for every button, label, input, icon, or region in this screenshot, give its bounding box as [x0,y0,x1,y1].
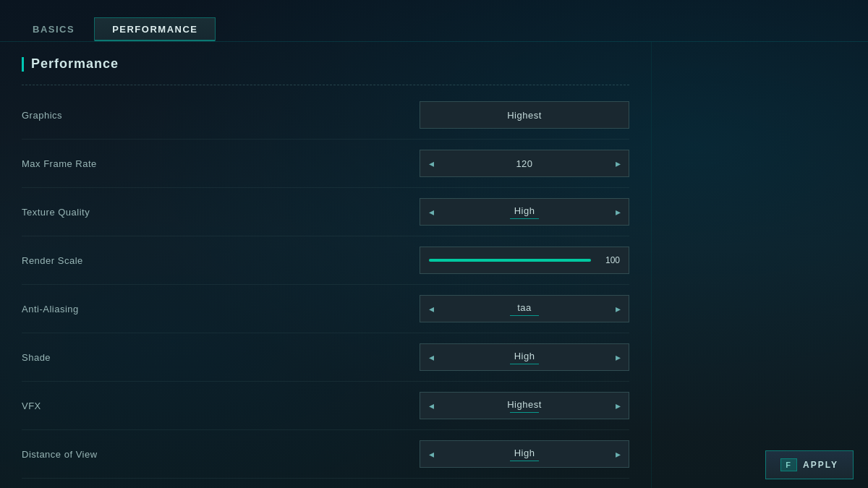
arrow-left-max-frame-rate[interactable]: ◂ [420,150,442,176]
value-container-max-frame-rate: 120 [442,158,607,169]
value-container-distance-of-view: High [442,448,607,461]
control-max-frame-rate[interactable]: ◂120▸ [420,150,629,177]
setting-row-max-frame-rate: Max Frame Rate◂120▸ [22,140,629,188]
arrow-right-vfx[interactable]: ▸ [607,393,629,419]
value-line-anti-aliasing [510,315,539,316]
control-render-scale[interactable]: 100 [420,247,629,274]
value-container-texture-quality: High [442,205,607,219]
value-line-texture-quality [510,218,539,219]
setting-label-max-frame-rate: Max Frame Rate [22,158,420,169]
setting-label-anti-aliasing: Anti-Aliasing [22,304,420,314]
settings-list: GraphicsHighestMax Frame Rate◂120▸Textur… [22,91,629,488]
slider-track-render-scale [429,259,591,262]
value-text-shade: High [514,351,535,361]
setting-row-texture-quality: Texture Quality◂High▸ [22,188,629,236]
arrow-left-anti-aliasing[interactable]: ◂ [420,296,442,322]
value-line-vfx [510,412,539,413]
setting-label-shade: Shade [22,352,420,363]
control-distance-of-view[interactable]: ◂High▸ [420,440,629,468]
tab-basics[interactable]: BASICS [14,17,93,41]
apply-label: APPLY [803,460,838,470]
value-container-shade: High [442,351,607,364]
arrow-right-shade[interactable]: ▸ [607,344,629,370]
setting-row-distance-of-view: Distance of View◂High▸ [22,430,629,479]
app-container: BASICS PERFORMANCE Performance GraphicsH… [0,0,868,488]
arrow-right-max-frame-rate[interactable]: ▸ [607,150,629,176]
control-vfx[interactable]: ◂Highest▸ [420,392,629,419]
arrow-left-vfx[interactable]: ◂ [420,393,442,419]
value-line-shade [510,364,539,364]
arrow-right-distance-of-view[interactable]: ▸ [607,441,629,467]
value-text-texture-quality: High [514,205,535,216]
tab-bar: BASICS PERFORMANCE [0,0,868,42]
control-graphics[interactable]: Highest [420,101,629,129]
arrow-left-distance-of-view[interactable]: ◂ [420,441,442,467]
setting-label-texture-quality: Texture Quality [22,207,420,218]
setting-row-shade: Shade◂High▸ [22,333,629,382]
value-container-vfx: Highest [442,399,607,413]
control-shade[interactable]: ◂High▸ [420,343,629,371]
arrow-right-anti-aliasing[interactable]: ▸ [607,296,629,322]
apply-key-badge: F [780,458,797,471]
apply-button[interactable]: F APPLY [765,450,854,479]
right-panel [651,42,868,488]
setting-row-vfx: VFX◂Highest▸ [22,382,629,430]
slider-fill-render-scale [429,259,591,262]
setting-row-anti-aliasing: Anti-Aliasing◂taa▸ [22,285,629,333]
value-text-anti-aliasing: taa [517,302,532,313]
setting-label-render-scale: Render Scale [22,255,420,266]
arrow-right-texture-quality[interactable]: ▸ [607,199,629,225]
bottom-action-bar: F APPLY [751,442,868,488]
setting-label-vfx: VFX [22,401,420,411]
value-text-vfx: Highest [507,399,542,410]
arrow-left-shade[interactable]: ◂ [420,344,442,370]
setting-row-graphics: GraphicsHighest [22,91,629,140]
value-graphics: Highest [420,110,629,121]
control-anti-aliasing[interactable]: ◂taa▸ [420,295,629,322]
arrow-left-texture-quality[interactable]: ◂ [420,199,442,225]
setting-row-render-scale: Render Scale100 [22,236,629,285]
section-divider [22,85,629,85]
control-texture-quality[interactable]: ◂High▸ [420,198,629,226]
setting-label-distance-of-view: Distance of View [22,449,420,460]
value-render-scale: 100 [598,255,620,265]
section-title: Performance [22,56,629,72]
value-text-distance-of-view: High [514,448,535,458]
content-area: Performance GraphicsHighestMax Frame Rat… [0,42,868,488]
value-line-distance-of-view [510,461,539,461]
main-panel: Performance GraphicsHighestMax Frame Rat… [0,42,651,488]
value-container-anti-aliasing: taa [442,302,607,316]
setting-row-v-sync: V-Sync◂On▸ [22,479,629,488]
tab-performance[interactable]: PERFORMANCE [94,17,216,41]
setting-label-graphics: Graphics [22,110,420,121]
